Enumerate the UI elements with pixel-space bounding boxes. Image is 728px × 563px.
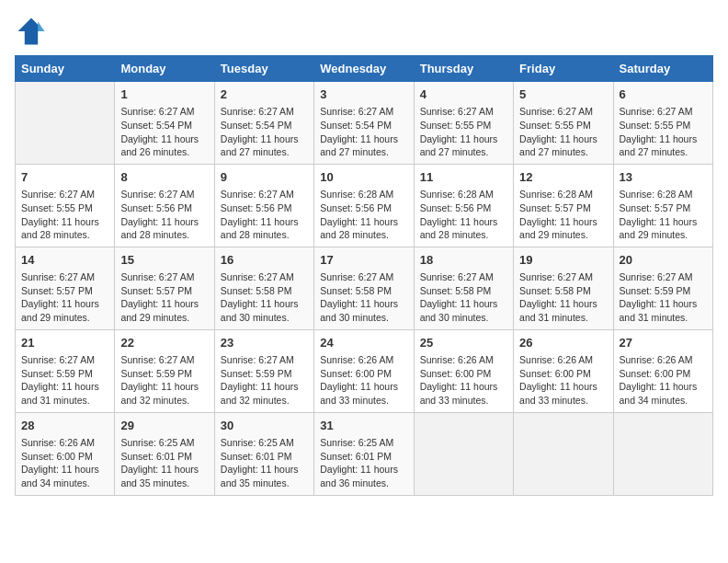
calendar-cell — [414, 412, 513, 495]
calendar-cell: 11Sunrise: 6:28 AMSunset: 5:56 PMDayligh… — [414, 164, 513, 247]
day-number: 13 — [620, 169, 707, 186]
week-row-1: 1Sunrise: 6:27 AMSunset: 5:54 PMDaylight… — [16, 82, 713, 165]
header-cell-wednesday: Wednesday — [314, 56, 414, 82]
day-number: 24 — [320, 335, 407, 351]
day-info: Sunrise: 6:27 AMSunset: 5:58 PMDaylight:… — [420, 270, 507, 325]
day-info: Sunrise: 6:27 AMSunset: 5:58 PMDaylight:… — [221, 270, 308, 325]
day-number: 3 — [320, 86, 407, 103]
week-row-3: 14Sunrise: 6:27 AMSunset: 5:57 PMDayligh… — [16, 247, 713, 329]
day-info: Sunrise: 6:26 AMSunset: 6:00 PMDaylight:… — [21, 436, 108, 490]
calendar-cell: 26Sunrise: 6:26 AMSunset: 6:00 PMDayligh… — [514, 329, 613, 412]
calendar-cell: 28Sunrise: 6:26 AMSunset: 6:00 PMDayligh… — [16, 412, 115, 495]
calendar-cell: 18Sunrise: 6:27 AMSunset: 5:58 PMDayligh… — [414, 247, 513, 329]
week-row-2: 7Sunrise: 6:27 AMSunset: 5:55 PMDaylight… — [16, 164, 713, 247]
day-number: 29 — [120, 418, 208, 434]
header-cell-tuesday: Tuesday — [214, 56, 313, 82]
calendar-cell: 23Sunrise: 6:27 AMSunset: 5:59 PMDayligh… — [214, 329, 313, 412]
header-cell-sunday: Sunday — [16, 56, 115, 82]
calendar-cell: 5Sunrise: 6:27 AMSunset: 5:55 PMDaylight… — [514, 82, 613, 165]
day-info: Sunrise: 6:28 AMSunset: 5:56 PMDaylight:… — [420, 188, 507, 242]
day-info: Sunrise: 6:27 AMSunset: 5:55 PMDaylight:… — [21, 188, 108, 242]
day-number: 31 — [320, 418, 407, 434]
day-info: Sunrise: 6:26 AMSunset: 6:00 PMDaylight:… — [320, 353, 407, 408]
day-number: 6 — [620, 86, 707, 103]
day-number: 15 — [120, 252, 208, 269]
day-info: Sunrise: 6:27 AMSunset: 5:59 PMDaylight:… — [620, 270, 707, 325]
day-info: Sunrise: 6:26 AMSunset: 6:00 PMDaylight:… — [620, 353, 707, 408]
day-info: Sunrise: 6:27 AMSunset: 5:54 PMDaylight:… — [320, 105, 407, 159]
calendar-cell: 16Sunrise: 6:27 AMSunset: 5:58 PMDayligh… — [214, 247, 313, 329]
page-header — [15, 15, 713, 48]
day-info: Sunrise: 6:25 AMSunset: 6:01 PMDaylight:… — [120, 436, 208, 490]
calendar-table: SundayMondayTuesdayWednesdayThursdayFrid… — [15, 55, 713, 496]
calendar-cell: 14Sunrise: 6:27 AMSunset: 5:57 PMDayligh… — [16, 247, 115, 329]
day-info: Sunrise: 6:27 AMSunset: 5:54 PMDaylight:… — [221, 105, 308, 159]
week-row-5: 28Sunrise: 6:26 AMSunset: 6:00 PMDayligh… — [16, 412, 713, 495]
day-number: 10 — [320, 169, 407, 186]
day-number: 22 — [120, 335, 208, 351]
calendar-cell: 22Sunrise: 6:27 AMSunset: 5:59 PMDayligh… — [115, 329, 214, 412]
calendar-cell: 25Sunrise: 6:26 AMSunset: 6:00 PMDayligh… — [414, 329, 513, 412]
calendar-cell: 6Sunrise: 6:27 AMSunset: 5:55 PMDaylight… — [613, 82, 712, 165]
calendar-cell: 3Sunrise: 6:27 AMSunset: 5:54 PMDaylight… — [314, 82, 414, 165]
day-number: 7 — [21, 169, 108, 186]
day-number: 14 — [21, 252, 108, 269]
logo — [15, 15, 51, 48]
day-info: Sunrise: 6:27 AMSunset: 5:59 PMDaylight:… — [21, 353, 108, 408]
day-info: Sunrise: 6:27 AMSunset: 5:57 PMDaylight:… — [21, 270, 108, 325]
day-info: Sunrise: 6:27 AMSunset: 5:58 PMDaylight:… — [320, 270, 407, 325]
calendar-cell: 1Sunrise: 6:27 AMSunset: 5:54 PMDaylight… — [115, 82, 214, 165]
day-info: Sunrise: 6:27 AMSunset: 5:55 PMDaylight:… — [620, 105, 707, 159]
calendar-cell: 12Sunrise: 6:28 AMSunset: 5:57 PMDayligh… — [514, 164, 613, 247]
day-number: 11 — [420, 169, 507, 186]
day-info: Sunrise: 6:25 AMSunset: 6:01 PMDaylight:… — [221, 436, 308, 490]
calendar-cell: 20Sunrise: 6:27 AMSunset: 5:59 PMDayligh… — [613, 247, 712, 329]
day-info: Sunrise: 6:25 AMSunset: 6:01 PMDaylight:… — [320, 436, 407, 490]
header-cell-friday: Friday — [514, 56, 613, 82]
day-number: 12 — [519, 169, 607, 186]
day-number: 30 — [221, 418, 308, 434]
calendar-cell: 29Sunrise: 6:25 AMSunset: 6:01 PMDayligh… — [115, 412, 214, 495]
calendar-cell — [613, 412, 712, 495]
calendar-cell: 4Sunrise: 6:27 AMSunset: 5:55 PMDaylight… — [414, 82, 513, 165]
day-number: 20 — [620, 252, 707, 269]
day-info: Sunrise: 6:27 AMSunset: 5:57 PMDaylight:… — [120, 270, 208, 325]
calendar-cell: 27Sunrise: 6:26 AMSunset: 6:00 PMDayligh… — [613, 329, 712, 412]
day-number: 28 — [21, 418, 108, 434]
day-info: Sunrise: 6:27 AMSunset: 5:59 PMDaylight:… — [120, 353, 208, 408]
calendar-cell: 17Sunrise: 6:27 AMSunset: 5:58 PMDayligh… — [314, 247, 414, 329]
day-info: Sunrise: 6:27 AMSunset: 5:59 PMDaylight:… — [221, 353, 308, 408]
header-cell-thursday: Thursday — [414, 56, 513, 82]
calendar-cell: 24Sunrise: 6:26 AMSunset: 6:00 PMDayligh… — [314, 329, 414, 412]
logo-icon — [15, 15, 48, 48]
day-number: 1 — [120, 86, 208, 103]
day-number: 23 — [221, 335, 308, 351]
day-info: Sunrise: 6:27 AMSunset: 5:55 PMDaylight:… — [420, 105, 507, 159]
day-info: Sunrise: 6:27 AMSunset: 5:55 PMDaylight:… — [519, 105, 607, 159]
day-info: Sunrise: 6:26 AMSunset: 6:00 PMDaylight:… — [519, 353, 607, 408]
day-info: Sunrise: 6:27 AMSunset: 5:56 PMDaylight:… — [120, 188, 208, 242]
day-number: 8 — [120, 169, 208, 186]
day-number: 2 — [221, 86, 308, 103]
day-info: Sunrise: 6:28 AMSunset: 5:57 PMDaylight:… — [620, 188, 707, 242]
day-number: 16 — [221, 252, 308, 269]
day-info: Sunrise: 6:27 AMSunset: 5:54 PMDaylight:… — [120, 105, 208, 159]
week-row-4: 21Sunrise: 6:27 AMSunset: 5:59 PMDayligh… — [16, 329, 713, 412]
day-number: 27 — [620, 335, 707, 351]
calendar-cell: 8Sunrise: 6:27 AMSunset: 5:56 PMDaylight… — [115, 164, 214, 247]
day-info: Sunrise: 6:27 AMSunset: 5:58 PMDaylight:… — [519, 270, 607, 325]
svg-marker-1 — [38, 21, 44, 31]
day-number: 26 — [519, 335, 607, 351]
calendar-cell: 31Sunrise: 6:25 AMSunset: 6:01 PMDayligh… — [314, 412, 414, 495]
calendar-cell — [16, 82, 115, 165]
day-number: 9 — [221, 169, 308, 186]
day-info: Sunrise: 6:26 AMSunset: 6:00 PMDaylight:… — [420, 353, 507, 408]
day-number: 17 — [320, 252, 407, 269]
calendar-cell: 10Sunrise: 6:28 AMSunset: 5:56 PMDayligh… — [314, 164, 414, 247]
header-row: SundayMondayTuesdayWednesdayThursdayFrid… — [16, 56, 713, 82]
calendar-cell: 21Sunrise: 6:27 AMSunset: 5:59 PMDayligh… — [16, 329, 115, 412]
calendar-cell: 2Sunrise: 6:27 AMSunset: 5:54 PMDaylight… — [214, 82, 313, 165]
calendar-cell — [514, 412, 613, 495]
day-number: 19 — [519, 252, 607, 269]
calendar-cell: 13Sunrise: 6:28 AMSunset: 5:57 PMDayligh… — [613, 164, 712, 247]
